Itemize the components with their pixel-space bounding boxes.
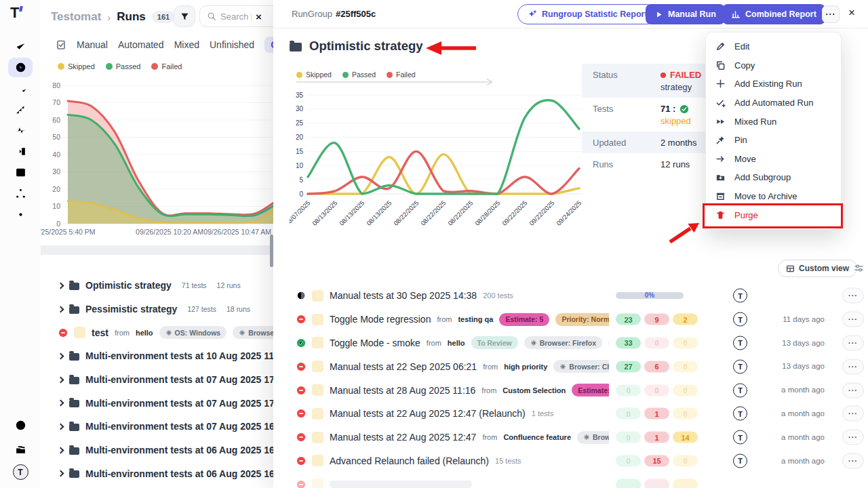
run-row[interactable]: Manual tests at 22 Aug 2025 12:47 (Relau…	[273, 402, 868, 426]
tab-unfinished[interactable]: Unfinished	[210, 39, 254, 50]
run-row-main	[296, 472, 609, 488]
list-item[interactable]: Multi-environment tests at 07 Aug 2025 1…	[41, 368, 273, 392]
rail-item-pulse[interactable]	[8, 121, 33, 140]
check-circle-icon	[679, 104, 689, 114]
rail-item-list-check[interactable]	[8, 79, 33, 98]
list-item[interactable]: Multi-environment tests at 07 Aug 2025 1…	[41, 415, 273, 439]
brand-logo-icon[interactable]: T	[10, 4, 19, 22]
row-more-button[interactable]: ···	[842, 288, 864, 304]
rail-item-branch[interactable]	[8, 184, 33, 203]
menu-item-pin[interactable]: Pin	[706, 131, 841, 150]
list-item[interactable]: Multi-environment tests at 06 Aug 2025 1…	[41, 462, 273, 486]
rail-item-play-circle[interactable]	[8, 58, 33, 77]
tab-automated[interactable]: Automated	[118, 39, 164, 50]
view-settings-sliders-icon[interactable]	[854, 263, 864, 273]
folder-icon	[69, 447, 79, 455]
run-row-main: Manual tests at 22 Aug 2025 12:47 (Relau…	[296, 402, 609, 426]
run-row[interactable]: Manual tests at 30 Sep 2025 14:38200 tes…	[273, 284, 868, 308]
menu-item-add-existing-run[interactable]: Add Existing Run	[706, 75, 841, 94]
rail-logo-icon[interactable]: T	[13, 464, 28, 480]
chevron-right-icon[interactable]	[58, 424, 64, 430]
row-more-button[interactable]: ···	[842, 430, 864, 445]
chevron-right-icon[interactable]	[58, 470, 64, 477]
menu-item-add-subgroup[interactable]: Add Subgroup	[706, 168, 841, 187]
run-row[interactable]: Manual tests at 28 Aug 2025 11:16fromCus…	[273, 378, 868, 402]
rail-item-check[interactable]	[8, 37, 33, 56]
legend-failed[interactable]: Failed	[151, 62, 182, 70]
status-value: FAILED	[670, 70, 701, 80]
row-more-button[interactable]: ···	[842, 406, 864, 422]
rail-item-gear[interactable]	[8, 205, 33, 224]
skipped-count: 0	[673, 455, 698, 466]
rungroup-statistic-report-button[interactable]: Rungroup Statistic Report	[517, 4, 657, 24]
failed-count: 6	[644, 361, 669, 372]
tab-manual[interactable]: Manual	[77, 39, 108, 50]
chevron-right-icon[interactable]	[58, 447, 64, 453]
list-item[interactable]: Pessimistic strategy127 tests18 runs	[41, 298, 273, 321]
legend-skipped[interactable]: Skipped	[296, 70, 332, 79]
breadcrumb-app[interactable]: Testomat	[51, 10, 101, 24]
run-row[interactable]: Toggle Mode - smokefromhelloTo ReviewBro…	[273, 331, 868, 355]
tests-label: Tests	[593, 104, 660, 126]
custom-view-button[interactable]: Custom view	[778, 260, 857, 277]
list-item[interactable]: testfromhelloOS: WindowsBrowser: Chrome	[41, 321, 273, 344]
legend-passed[interactable]: Passed	[342, 70, 376, 79]
panel-edge-scrollbar[interactable]	[270, 235, 273, 267]
rungroup-name: Pessimistic strategy	[85, 304, 177, 314]
combined-report-button[interactable]: Combined Report	[722, 4, 825, 24]
chevron-right-icon[interactable]	[58, 400, 64, 407]
legend-passed[interactable]: Passed	[106, 62, 141, 70]
legend-failed[interactable]: Failed	[387, 70, 416, 79]
run-row[interactable]	[273, 472, 868, 488]
legend-dot-icon	[151, 63, 158, 70]
tab-mixed[interactable]: Mixed	[174, 39, 199, 50]
rail-item-help[interactable]	[8, 415, 33, 435]
list-item[interactable]: Multi-environment tests at 06 Aug 2025 1…	[41, 439, 273, 462]
row-more-button[interactable]: ···	[842, 312, 864, 327]
progress-bar: 0%	[616, 292, 684, 299]
test-run-icon	[312, 384, 323, 396]
status-blocked-icon	[296, 362, 306, 371]
run-row[interactable]: Toggle Mode regressionfromtesting qaEsti…	[273, 308, 868, 331]
search-input[interactable]	[220, 12, 252, 22]
chevron-right-icon[interactable]	[58, 352, 64, 359]
more-actions-button[interactable]: ···	[822, 5, 840, 23]
legend-label-skipped: Skipped	[68, 62, 95, 70]
row-more-button[interactable]: ···	[842, 453, 864, 468]
rail-item-steps[interactable]	[8, 100, 33, 119]
test-run-icon	[312, 361, 323, 372]
run-row[interactable]: Advanced Relaunch failed (Relaunch)15 te…	[273, 449, 868, 473]
bar-chart-icon	[731, 9, 741, 19]
passed-count: 33	[616, 337, 641, 348]
run-row[interactable]: Manual tests at 22 Aug 2025 12:47fromCon…	[273, 426, 868, 449]
manual-run-button[interactable]: Manual Run	[646, 4, 725, 24]
filter-button[interactable]	[174, 5, 195, 27]
list-item[interactable]: Multi-environment tests at 10 Aug 2025 1…	[41, 344, 273, 368]
rail-item-report[interactable]	[8, 163, 33, 182]
row-more-button[interactable]: ···	[842, 335, 864, 350]
row-more-button[interactable]: ···	[842, 382, 864, 398]
menu-item-edit[interactable]: Edit	[706, 37, 841, 56]
row-more-button[interactable]: ···	[842, 359, 864, 374]
close-panel-button[interactable]: ×	[848, 6, 855, 20]
menu-item-add-automated-run[interactable]: Add Automated Run	[706, 94, 841, 113]
menu-item-move[interactable]: Move	[706, 150, 841, 169]
chevron-right-icon[interactable]	[58, 306, 64, 312]
group-title: Optimistic strategy	[290, 39, 423, 54]
test-run-icon	[312, 432, 323, 443]
skipped-count: 14	[673, 432, 698, 443]
search-clear-button[interactable]: ×	[256, 11, 262, 22]
menu-item-mixed-run[interactable]: Mixed Run	[706, 112, 841, 131]
group-runs-list: Manual tests at 30 Sep 2025 14:38200 tes…	[273, 284, 868, 488]
legend-skipped[interactable]: Skipped	[58, 62, 95, 70]
list-item[interactable]: Optimistic strategy71 tests12 runs	[41, 274, 273, 298]
menu-item-copy[interactable]: Copy	[706, 56, 841, 75]
rail-item-sign-in[interactable]	[8, 142, 33, 161]
chevron-right-icon[interactable]	[58, 376, 64, 383]
list-item[interactable]: Multi-environment tests at 07 Aug 2025 1…	[41, 391, 273, 415]
rail-item-folders[interactable]	[8, 440, 33, 460]
svg-text:40: 40	[52, 150, 60, 159]
folder-plus-icon	[715, 172, 726, 182]
chevron-right-icon[interactable]	[58, 282, 64, 289]
run-row[interactable]: Manual tests at 22 Sep 2025 06:21fromhig…	[273, 354, 868, 378]
